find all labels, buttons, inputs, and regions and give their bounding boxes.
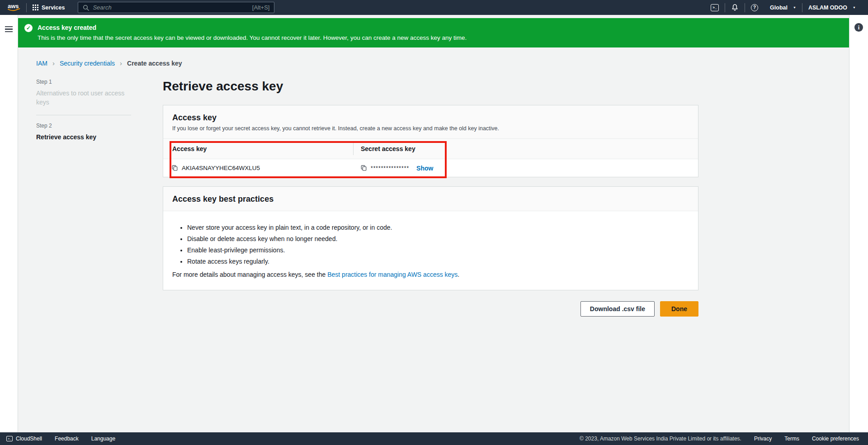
success-flashbar: ✓ Access key created This is the only ti… (18, 18, 849, 47)
caret-down-icon: ▼ (853, 6, 856, 9)
services-menu-button[interactable]: Services (27, 0, 71, 15)
search-shortcut-hint: [Alt+S] (252, 4, 270, 11)
cloudshell-button[interactable]: >_ (705, 0, 725, 15)
access-key-card-title: Access key (172, 113, 689, 123)
footer-terms-link[interactable]: Terms (778, 432, 806, 445)
wizard-main-panel: Retrieve access key Access key If you lo… (163, 79, 698, 317)
best-practice-item: Never store your access key in plain tex… (187, 224, 689, 231)
footer-feedback-button[interactable]: Feedback (48, 432, 85, 445)
flashbar-message: This is the only time that the secret ac… (38, 34, 467, 42)
chevron-right-icon: › (52, 59, 55, 67)
breadcrumb-security-credentials-link[interactable]: Security credentials (60, 60, 115, 67)
download-csv-button[interactable]: Download .csv file (580, 301, 655, 317)
region-selector[interactable]: Global▼ (764, 0, 802, 15)
step2-label: Step 2 (36, 123, 131, 129)
cloudshell-terminal-icon: >_ (711, 4, 719, 11)
services-label: Services (42, 5, 65, 11)
best-practice-item: Rotate access keys regularly. (187, 258, 689, 265)
page-title: Retrieve access key (163, 79, 698, 94)
column-header-access-key: Access key (163, 142, 353, 155)
region-label: Global (770, 5, 788, 11)
best-practices-card-title: Access key best practices (172, 194, 689, 204)
copy-secret-key-button[interactable] (360, 165, 367, 171)
caret-down-icon: ▼ (793, 6, 796, 9)
search-input[interactable] (93, 4, 248, 11)
notifications-button[interactable] (725, 0, 745, 15)
aws-logo[interactable]: aws (6, 3, 22, 12)
access-key-table-row: AKIA4SNAYYHEC64WXLU5 (163, 159, 698, 177)
copy-icon (171, 165, 178, 171)
copy-icon (360, 165, 367, 171)
chevron-right-icon: › (120, 59, 122, 67)
footer-cookie-preferences-link[interactable]: Cookie preferences (806, 432, 865, 445)
steps-divider (36, 115, 131, 115)
breadcrumb: IAM › Security credentials › Create acce… (36, 59, 849, 67)
breadcrumb-iam-link[interactable]: IAM (36, 60, 47, 67)
services-grid-icon (33, 5, 38, 10)
best-practices-body: Never store your access key in plain tex… (163, 211, 698, 290)
footer-language-button[interactable]: Language (85, 432, 122, 445)
step1-title: Alternatives to root user access keys (36, 89, 131, 107)
help-icon: ? (751, 4, 758, 11)
footer-right-cluster: © 2023, Amazon Web Services India Privat… (580, 432, 865, 445)
secret-key-masked-value: *************** (371, 165, 409, 171)
best-practices-link[interactable]: Best practices for managing AWS access k… (327, 271, 458, 278)
global-search-box[interactable]: [Alt+S] (78, 2, 274, 13)
hamburger-menu-icon[interactable] (4, 25, 14, 33)
best-practice-item: Disable or delete access key when no lon… (187, 235, 689, 242)
left-nav-rail (0, 15, 18, 432)
access-key-card-header: Access key If you lose or forget your se… (163, 105, 698, 139)
aws-console-screen: aws Services [Alt+S] >_ (0, 0, 868, 445)
help-button[interactable]: ? (745, 0, 764, 15)
success-check-icon: ✓ (24, 24, 33, 32)
best-practices-list: Never store your access key in plain tex… (172, 224, 689, 265)
step2-title: Retrieve access key (36, 133, 131, 142)
best-practices-card-header: Access key best practices (163, 187, 698, 211)
copyright-text: © 2023, Amazon Web Services India Privat… (580, 436, 748, 442)
access-key-card-description: If you lose or forget your secret access… (172, 125, 689, 132)
footer-privacy-link[interactable]: Privacy (748, 432, 778, 445)
copy-access-key-button[interactable] (171, 165, 178, 171)
console-footer: >_ CloudShell Feedback Language © 2023, … (0, 432, 868, 445)
access-key-value: AKIA4SNAYYHEC64WXLU5 (182, 165, 260, 171)
access-key-table-header: Access key Secret access key (163, 139, 698, 159)
best-practice-item: Enable least-privilege permissions. (187, 246, 689, 254)
cloudshell-terminal-icon: >_ (6, 436, 13, 441)
aws-logo-icon: aws (6, 3, 22, 12)
wizard-steps-nav: Step 1 Alternatives to root user access … (36, 79, 131, 317)
more-details-text: For more details about managing access k… (172, 271, 689, 278)
breadcrumb-current-page: Create access key (127, 60, 182, 67)
info-icon[interactable]: i (854, 23, 863, 32)
wizard-actions: Download .csv file Done (163, 301, 698, 317)
footer-cloudshell-button[interactable]: >_ CloudShell (0, 432, 48, 445)
topnav-right-cluster: >_ ? Global▼ ASLAM ODOO▼ (705, 0, 862, 15)
top-navigation-bar: aws Services [Alt+S] >_ (0, 0, 868, 15)
footer-cloudshell-label: CloudShell (16, 436, 42, 442)
main-column: ✓ Access key created This is the only ti… (18, 15, 849, 432)
access-key-card: Access key If you lose or forget your se… (163, 105, 698, 177)
flashbar-title: Access key created (38, 24, 467, 32)
show-secret-key-link[interactable]: Show (416, 165, 433, 172)
column-header-secret-access-key: Secret access key (353, 142, 698, 155)
account-menu[interactable]: ASLAM ODOO▼ (802, 0, 862, 15)
step1-label: Step 1 (36, 79, 131, 85)
account-name: ASLAM ODOO (808, 5, 847, 11)
bell-icon (731, 4, 739, 11)
help-panel-rail: i (849, 15, 868, 432)
svg-text:aws: aws (8, 3, 19, 9)
done-button[interactable]: Done (660, 301, 698, 317)
access-key-table: Access key Secret access key (163, 139, 698, 177)
search-icon (83, 5, 89, 11)
best-practices-card: Access key best practices Never store yo… (163, 186, 698, 290)
